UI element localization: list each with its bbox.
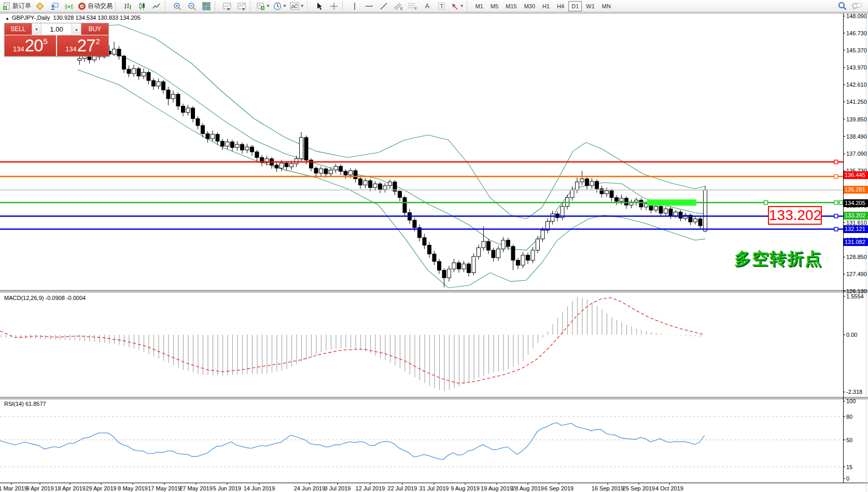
- fibonacci-tool[interactable]: F: [405, 1, 420, 12]
- price-level-text-object[interactable]: 133.202: [768, 206, 822, 225]
- candle-up: [226, 142, 229, 146]
- candle-down: [467, 264, 471, 273]
- time-axis-label: 6 Sep 2019: [544, 485, 573, 491]
- candle-down: [241, 144, 244, 150]
- candle-down: [438, 262, 441, 270]
- cursor-tool-button[interactable]: [312, 1, 327, 12]
- sell-price-button[interactable]: 134205: [5, 35, 56, 56]
- buy-price-button[interactable]: 134272: [57, 35, 108, 56]
- timeframe-h1-button[interactable]: H1: [539, 1, 553, 11]
- crosshair-tool-button[interactable]: [327, 1, 341, 12]
- candle-down: [275, 165, 278, 168]
- candle-up: [319, 169, 323, 173]
- candle-up: [664, 209, 668, 213]
- macd-signal-line: [0, 298, 705, 384]
- new-order-button[interactable]: 新订单: [1, 1, 33, 12]
- search-button[interactable]: [835, 1, 849, 12]
- candle-up: [605, 190, 609, 194]
- candle-up: [570, 190, 574, 198]
- timeframe-d1-button[interactable]: D1: [568, 1, 582, 11]
- periods-button[interactable]: ▼: [272, 1, 288, 12]
- timeframe-m15-button[interactable]: M15: [502, 1, 520, 11]
- candle-down: [492, 250, 495, 258]
- line-chart-button[interactable]: [149, 1, 164, 12]
- macd-axis-tick: -2.318: [846, 389, 862, 395]
- candle-up: [142, 72, 146, 76]
- chart-info-line: ▲GBPJPY-,Daily 130.928 134.534 130.833 1…: [5, 15, 141, 21]
- chart-profile-button[interactable]: [33, 1, 47, 12]
- buy-button[interactable]: BUY: [81, 23, 108, 35]
- candle-down: [310, 160, 313, 168]
- candle-down: [398, 192, 402, 198]
- candle-down: [369, 181, 372, 187]
- candle-up: [211, 134, 215, 139]
- zoom-in-button[interactable]: [170, 1, 185, 12]
- candlestick-chart-button[interactable]: [135, 1, 149, 12]
- candle-up: [300, 138, 303, 159]
- time-axis-label: 25 Sep 2019: [623, 485, 655, 491]
- time-axis-label: 31 Mar 2019: [0, 485, 27, 491]
- text-tool[interactable]: A: [420, 1, 435, 12]
- chart-shift-button[interactable]: [234, 1, 249, 12]
- horizontal-line-tool[interactable]: [362, 1, 376, 12]
- zoom-out-button[interactable]: [185, 1, 199, 12]
- toolbar-separator: [115, 2, 119, 11]
- new-chart-button[interactable]: ▼: [255, 1, 272, 12]
- price-axis-tick: 139.850: [846, 116, 867, 122]
- bollinger-middle-band: [78, 49, 705, 251]
- timeframe-mn-button[interactable]: MN: [599, 1, 614, 11]
- tile-windows-button[interactable]: [199, 1, 214, 12]
- panel-collapse-icon[interactable]: ▲: [5, 16, 9, 21]
- trendline-selection-handle[interactable]: [839, 201, 843, 204]
- highlighted-level-segment[interactable]: [647, 199, 696, 206]
- candle-down: [698, 219, 702, 226]
- text-label-tool[interactable]: T: [435, 1, 449, 12]
- volume-decrease-button[interactable]: ▼: [32, 23, 41, 35]
- candle-down: [526, 255, 530, 261]
- candle-down: [304, 138, 308, 160]
- community-chat-button[interactable]: [849, 1, 864, 12]
- trendline-selection-handle[interactable]: [764, 201, 768, 204]
- indicators-button[interactable]: ▼: [288, 1, 306, 12]
- buy-price-sup: 2: [96, 37, 100, 46]
- toolbar: 新订单 自动交易: [0, 0, 868, 12]
- trendline-tool[interactable]: [376, 1, 391, 12]
- level-lines-layer[interactable]: [0, 160, 843, 231]
- vertical-line-tool[interactable]: [347, 1, 362, 12]
- timeframe-m5-button[interactable]: M5: [487, 1, 501, 11]
- rsi-axis-tick: 50: [846, 437, 852, 443]
- auto-scroll-button[interactable]: [220, 1, 234, 12]
- candle-up: [580, 179, 584, 182]
- candle-up: [482, 241, 485, 248]
- autotrading-button[interactable]: 自动交易: [76, 1, 114, 12]
- candle-down: [117, 49, 121, 56]
- turning-point-annotation[interactable]: 多空转折点: [734, 248, 822, 270]
- market-watch-button[interactable]: [47, 1, 62, 12]
- chart-area[interactable]: 148.090146.730145.370143.970142.610141.2…: [0, 13, 868, 492]
- timeframe-h4-button[interactable]: H4: [554, 1, 567, 11]
- arrows-tool[interactable]: ▼: [449, 1, 466, 12]
- bar-chart-button[interactable]: [120, 1, 135, 12]
- level-line-marker: [834, 214, 838, 218]
- candle-down: [413, 220, 416, 228]
- timeframe-m30-button[interactable]: M30: [521, 1, 538, 11]
- candle-down: [585, 179, 589, 186]
- tile-windows-icon: [202, 2, 211, 10]
- timeframe-w1-button[interactable]: W1: [583, 1, 598, 11]
- dropdown-caret-icon: ▼: [266, 4, 270, 8]
- candle-up: [477, 248, 481, 256]
- toolbar-separator: [215, 2, 219, 11]
- candle-up: [704, 190, 707, 231]
- zoom-in-icon: [173, 2, 181, 10]
- volume-increase-button[interactable]: ▲: [72, 23, 81, 35]
- candle-down: [255, 152, 259, 158]
- equidistant-channel-tool[interactable]: E: [391, 1, 405, 12]
- candle-down: [196, 119, 200, 126]
- price-axis-tick: 148.090: [846, 13, 867, 19]
- level-line-marker: [834, 175, 838, 179]
- volume-value[interactable]: 1.00: [41, 23, 72, 35]
- candle-up: [334, 166, 338, 170]
- timeframe-m1-button[interactable]: M1: [472, 1, 486, 11]
- sell-button[interactable]: SELL: [5, 23, 32, 35]
- signals-button[interactable]: [62, 1, 76, 12]
